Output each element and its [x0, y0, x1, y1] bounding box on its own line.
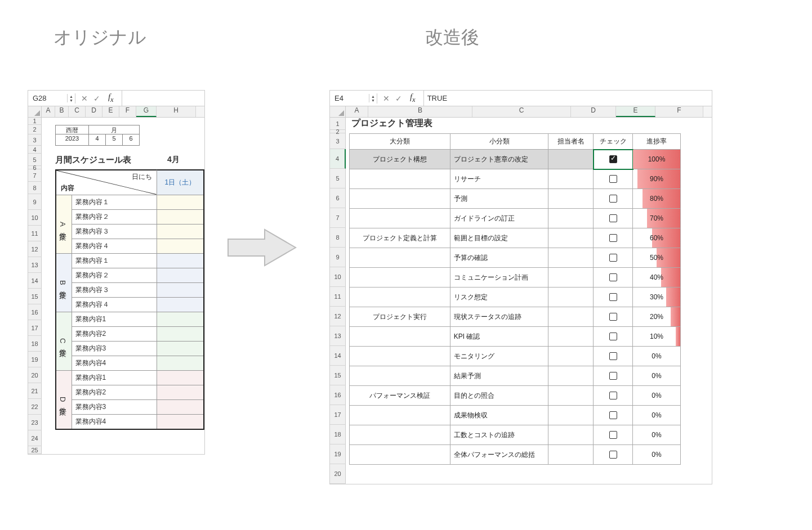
- progress-cell[interactable]: 0%: [633, 347, 681, 366]
- select-all-corner[interactable]: [330, 106, 346, 117]
- row-header[interactable]: 12: [28, 241, 42, 257]
- big-cell[interactable]: プロジェクト実行: [350, 307, 450, 327]
- owner-cell[interactable]: [548, 445, 594, 465]
- progress-cell[interactable]: 50%: [633, 248, 681, 268]
- task-cell[interactable]: 業務内容２: [72, 268, 157, 282]
- row-header[interactable]: 10: [28, 210, 42, 226]
- row-header[interactable]: 16: [28, 304, 42, 320]
- confirm-icon[interactable]: ✓: [93, 94, 100, 103]
- col-header-E[interactable]: E: [102, 106, 119, 117]
- check-cell[interactable]: [594, 445, 633, 465]
- day-cell[interactable]: [157, 312, 204, 326]
- small-cell[interactable]: 全体パフォーマンスの総括: [450, 445, 548, 465]
- name-box[interactable]: E4: [330, 94, 369, 102]
- big-cell[interactable]: [350, 209, 450, 228]
- day-cell[interactable]: [157, 370, 204, 385]
- month-cell[interactable]: 4: [89, 134, 106, 146]
- checkbox-icon[interactable]: [609, 333, 617, 340]
- row-header[interactable]: 15: [28, 289, 42, 304]
- small-cell[interactable]: プロジェクト憲章の改定: [450, 150, 548, 169]
- row-header[interactable]: 15: [330, 366, 346, 385]
- big-cell[interactable]: [350, 288, 450, 307]
- small-cell[interactable]: 予測: [450, 189, 548, 209]
- row-header[interactable]: 16: [330, 385, 346, 405]
- row-header[interactable]: 23: [28, 415, 42, 430]
- day-cell[interactable]: [157, 326, 204, 341]
- col-header-F[interactable]: F: [119, 106, 136, 117]
- small-cell[interactable]: KPI 確認: [450, 327, 548, 347]
- small-cell[interactable]: 工数とコストの追跡: [450, 425, 548, 445]
- name-box-spinner[interactable]: ▲▼: [68, 93, 75, 104]
- checkbox-icon[interactable]: [609, 313, 617, 321]
- row-header[interactable]: 12: [330, 307, 346, 326]
- big-cell[interactable]: パフォーマンス検証: [350, 386, 450, 406]
- task-cell[interactable]: 業務内容2: [72, 385, 157, 399]
- row-header[interactable]: 2: [28, 125, 42, 134]
- task-cell[interactable]: 業務内容２: [72, 209, 157, 224]
- progress-cell[interactable]: 0%: [633, 425, 681, 445]
- row-header[interactable]: 25: [28, 446, 42, 454]
- cancel-icon[interactable]: ✕: [81, 94, 88, 103]
- task-cell[interactable]: 業務内容４: [72, 239, 157, 253]
- owner-cell[interactable]: [548, 406, 594, 425]
- col-header-B[interactable]: B: [368, 106, 472, 117]
- progress-cell[interactable]: 0%: [633, 386, 681, 406]
- check-cell[interactable]: [594, 189, 633, 209]
- day-cell[interactable]: [157, 356, 204, 370]
- checkbox-icon[interactable]: [609, 392, 617, 399]
- check-cell[interactable]: [594, 228, 633, 248]
- checkbox-icon[interactable]: [609, 195, 617, 203]
- checkbox-icon[interactable]: [609, 293, 617, 301]
- owner-cell[interactable]: [548, 386, 594, 406]
- progress-cell[interactable]: 60%: [633, 228, 681, 248]
- owner-cell[interactable]: [548, 268, 594, 288]
- row-header[interactable]: 3: [330, 133, 346, 149]
- big-cell[interactable]: プロジェクト定義と計算: [350, 228, 450, 248]
- check-cell[interactable]: [594, 209, 633, 228]
- col-header-D[interactable]: D: [571, 106, 616, 117]
- owner-cell[interactable]: [548, 169, 594, 189]
- row-header[interactable]: 17: [330, 405, 346, 425]
- small-cell[interactable]: 結果予測: [450, 366, 548, 386]
- row-header[interactable]: 19: [28, 352, 42, 367]
- row-header[interactable]: 21: [28, 383, 42, 399]
- checkbox-icon[interactable]: [609, 214, 617, 222]
- col-header-A[interactable]: A: [346, 106, 368, 117]
- name-box-spinner[interactable]: ▲▼: [369, 93, 377, 104]
- day-cell[interactable]: [157, 297, 204, 312]
- row-header[interactable]: 6: [330, 188, 346, 208]
- formula-bar[interactable]: TRUE: [423, 91, 712, 106]
- big-cell[interactable]: [350, 169, 450, 189]
- check-cell[interactable]: [594, 150, 633, 169]
- small-cell[interactable]: リサーチ: [450, 169, 548, 189]
- task-cell[interactable]: 業務内容１: [72, 253, 157, 268]
- owner-cell[interactable]: [548, 347, 594, 366]
- row-header[interactable]: 18: [28, 336, 42, 352]
- big-cell[interactable]: プロジェクト構想: [350, 150, 450, 169]
- col-header-F[interactable]: F: [655, 106, 703, 117]
- checkbox-icon[interactable]: [609, 175, 617, 183]
- row-header[interactable]: 17: [28, 320, 42, 336]
- day-cell[interactable]: [157, 195, 204, 209]
- big-cell[interactable]: [350, 189, 450, 209]
- check-cell[interactable]: [594, 386, 633, 406]
- task-cell[interactable]: 業務内容2: [72, 326, 157, 341]
- row-header[interactable]: 20: [28, 367, 42, 383]
- progress-cell[interactable]: 30%: [633, 288, 681, 307]
- owner-cell[interactable]: [548, 327, 594, 347]
- row-header[interactable]: 8: [330, 228, 346, 248]
- checkbox-icon[interactable]: [609, 352, 617, 360]
- progress-cell[interactable]: 80%: [633, 189, 681, 209]
- progress-cell[interactable]: 0%: [633, 445, 681, 465]
- check-cell[interactable]: [594, 425, 633, 445]
- row-header[interactable]: 24: [28, 430, 42, 446]
- check-cell[interactable]: [594, 288, 633, 307]
- owner-cell[interactable]: [548, 248, 594, 268]
- small-cell[interactable]: 目的との照合: [450, 386, 548, 406]
- progress-cell[interactable]: 40%: [633, 268, 681, 288]
- row-header[interactable]: 5: [330, 169, 346, 188]
- check-cell[interactable]: [594, 327, 633, 347]
- task-cell[interactable]: 業務内容4: [72, 356, 157, 370]
- checkbox-icon[interactable]: [609, 431, 617, 439]
- row-header[interactable]: 7: [28, 169, 42, 182]
